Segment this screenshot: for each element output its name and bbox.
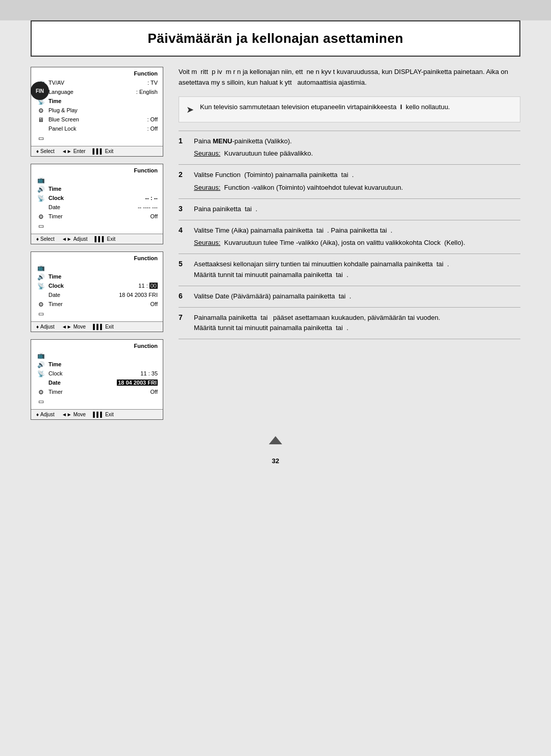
panel4-header: Function (36, 343, 158, 350)
step-6: 6 Valitse Date (Päivämäärä) painamalla p… (179, 286, 520, 307)
subtitle-icon2: ▭ (36, 222, 45, 230)
panel4-row-icon: 📺 (36, 352, 158, 360)
panel1-enter: ◄► Enter (62, 148, 86, 154)
panel4-row-clock: 📡 Clock 11 : 35 (36, 370, 158, 379)
page: Päivämäärän ja kellonajan asettaminen FI… (0, 20, 551, 756)
panel3-row-icon: 📺 (36, 264, 158, 272)
panel1-row-language: 🔊 Language : English (36, 89, 158, 97)
panel2-exit: ▌▌▌ Exit (95, 236, 116, 242)
panel4-row-timer: ⚙ Timer Off (36, 389, 158, 397)
left-column: Function 📺 TV/AV : TV 🔊 Language : Engli… (31, 67, 163, 420)
subtitle-icon: ▭ (36, 135, 45, 142)
panel1-row-sub: ▭ (36, 135, 158, 143)
settings-icon2: ⚙ (36, 213, 45, 220)
tv-icon3: 📺 (36, 264, 45, 271)
panel2-row-date: Date -- ---- --- (36, 204, 158, 212)
subtitle-icon4: ▭ (36, 398, 45, 405)
speaker-icon3: 🔊 (36, 273, 45, 281)
step-5: 5 Asettaaksesi kellonajan siirry tuntien… (179, 254, 520, 286)
panel3-row-clock: 📡 Clock 11 : 00 (36, 283, 158, 291)
tv-panel-2: Function 📺 🔊 Time 📡 Clock -- : -- (31, 164, 163, 244)
panel4-move: ◄► Move (62, 412, 86, 417)
screen-icon: 🖥 (36, 116, 45, 123)
panel3-adjust: ♦ Adjust (36, 324, 55, 330)
intro-text: Voit m ritt p iv m r n ja kellonajan nii… (179, 67, 520, 88)
panel3-header: Function (36, 255, 158, 262)
tv-panel-1: Function 📺 TV/AV : TV 🔊 Language : Engli… (31, 67, 163, 157)
step7-text: Painamalla painiketta tai pääset asettam… (194, 313, 520, 334)
step2-text: Valitse Function (Toiminto) painamalla p… (194, 170, 520, 181)
speaker-icon4: 🔊 (36, 361, 45, 368)
panel2-row-time: 🔊 Time (36, 186, 158, 194)
panel2-row-timer: ⚙ Timer Off (36, 213, 158, 221)
page-title: Päivämäärän ja kellonajan asettaminen (47, 31, 504, 46)
page-arrow-up (268, 435, 283, 445)
step2-seuraus: Seuraus: Function -valikon (Toiminto) va… (194, 183, 520, 193)
right-column: Voit m ritt p iv m r n ja kellonajan nii… (179, 67, 520, 420)
panel2-row-sub: ▭ (36, 222, 158, 231)
antenna-icon4: 📡 (36, 370, 45, 377)
steps-container: 1 Paina MENU-painiketta (Valikko). Seura… (179, 131, 520, 340)
panel4-row-sub: ▭ (36, 398, 158, 406)
step-1: 1 Paina MENU-painiketta (Valikko). Seura… (179, 131, 520, 165)
page-number: 32 (0, 457, 551, 465)
panel1-exit: ▌▌▌ Exit (93, 148, 114, 154)
note-arrow-icon: ➤ (186, 103, 194, 117)
settings-icon: ⚙ (36, 107, 45, 114)
panel3-row-time: 🔊 Time (36, 273, 158, 282)
tv-icon4: 📺 (36, 352, 45, 359)
speaker-icon2: 🔊 (36, 186, 45, 193)
panel2-adjust: ◄► Adjust (62, 236, 88, 242)
tv-panel-3: Function 📺 🔊 Time 📡 Clock 11 : 00 (31, 251, 163, 332)
panel3-exit: ▌▌▌ Exit (93, 324, 114, 330)
panel2-row-clock: 📡 Clock -- : -- (36, 195, 158, 203)
step-2: 2 Valitse Function (Toiminto) painamalla… (179, 164, 520, 198)
tv-icon2: 📺 (36, 177, 45, 184)
panel4-row-date: Date 18 04 2003 FRI (36, 380, 158, 388)
panel3-row-timer: ⚙ Timer Off (36, 301, 158, 309)
panel1-row-blue: 🖥 Blue Screen : Off (36, 116, 158, 124)
panel3-row-sub: ▭ (36, 310, 158, 318)
panel3-footer: ♦ Adjust ◄► Move ▌▌▌ Exit (31, 321, 163, 332)
step5-text: Asettaaksesi kellonajan siirry tuntien t… (194, 259, 520, 281)
settings-icon4: ⚙ (36, 389, 45, 396)
step-4: 4 Valitse Time (Aika) painamalla painike… (179, 220, 520, 254)
antenna-icon2: 📡 (36, 195, 45, 202)
panel1-header: Function (36, 70, 158, 78)
panel4-footer: ♦ Adjust ◄► Move ▌▌▌ Exit (31, 409, 163, 419)
panel2-header: Function (36, 167, 158, 174)
note-box: ➤ Kun televisio sammutetaan television e… (179, 96, 520, 122)
step-7: 7 Painamalla painiketta tai pääset asett… (179, 307, 520, 340)
step-3: 3 Paina painiketta tai . (179, 198, 520, 220)
note-text: Kun televisio sammutetaan television etu… (200, 102, 450, 117)
step4-seuraus: Seuraus: Kuvaruutuun tulee Time -valikko… (194, 238, 520, 248)
step3-text: Paina painiketta tai . (194, 204, 520, 215)
step4-text: Valitse Time (Aika) painamalla painikett… (194, 225, 520, 236)
panel1-row-tvav: 📺 TV/AV : TV (36, 80, 158, 88)
main-content: Function 📺 TV/AV : TV 🔊 Language : Engli… (31, 67, 520, 420)
panel1-row-plug: ⚙ Plug & Play (36, 107, 158, 115)
title-bar: Päivämäärän ja kellonajan asettaminen (31, 20, 520, 57)
panel1-row-time: 📡 Time (36, 98, 158, 106)
step1-text: Paina MENU-painiketta (Valikko). (194, 136, 520, 147)
fin-badge: FIN (31, 82, 49, 100)
panel3-row-date: Date 18 04 2003 FRI (36, 292, 158, 300)
panel1-row-panel: Panel Lock : Off (36, 125, 158, 134)
panel3-move: ◄► Move (62, 324, 86, 330)
tv-panel-4: Function 📺 🔊 Time 📡 Clock 11 : 35 (31, 339, 163, 420)
step6-text: Valitse Date (Päivämäärä) painamalla pai… (194, 291, 520, 302)
panel1-footer: ♦ Select ◄► Enter ▌▌▌ Exit (31, 146, 163, 156)
panel4-exit: ▌▌▌ Exit (93, 412, 114, 417)
settings-icon3: ⚙ (36, 301, 45, 308)
panel1-select: ♦ Select (36, 148, 55, 154)
panel4-adjust: ♦ Adjust (36, 412, 55, 417)
subtitle-icon3: ▭ (36, 310, 45, 317)
panel2-footer: ♦ Select ◄► Adjust ▌▌▌ Exit (31, 234, 163, 244)
svg-marker-0 (269, 436, 282, 444)
panel2-select: ♦ Select (36, 236, 55, 242)
antenna-icon3: 📡 (36, 283, 45, 290)
panel2-row-icon: 📺 (36, 177, 158, 185)
step1-seuraus: Seuraus: Kuvaruutuun tulee päävalikko. (194, 148, 520, 159)
panel4-row-time: 🔊 Time (36, 361, 158, 369)
